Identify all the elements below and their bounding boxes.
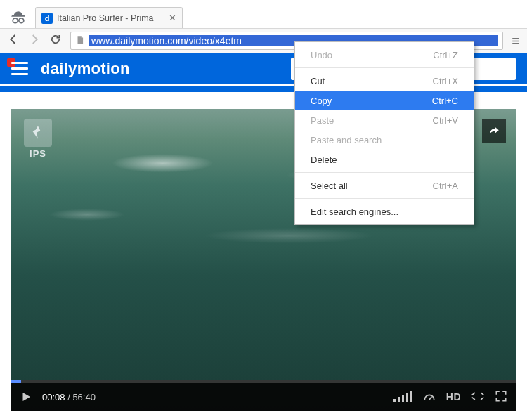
menu-item-shortcut: Ctrl+C <box>432 96 458 106</box>
menu-item-label: Paste and search <box>311 135 382 145</box>
menu-item-edit-search-engines[interactable]: Edit search engines... <box>295 202 474 221</box>
menu-item-paste-and-search: Paste and search <box>295 130 474 150</box>
player-controls: 00:08 / 56:40 HD <box>11 380 516 411</box>
time-display: 00:08 / 56:40 <box>42 392 96 402</box>
share-button[interactable] <box>482 119 506 143</box>
channel-watermark: IPS <box>24 119 52 159</box>
menu-item-label: Edit search engines... <box>311 206 398 217</box>
page-icon <box>75 35 85 47</box>
close-icon[interactable]: ✕ <box>169 13 176 23</box>
forward-button[interactable] <box>28 33 41 49</box>
menu-separator <box>295 172 474 173</box>
menu-item-shortcut: Ctrl+A <box>433 181 458 191</box>
menu-item-label: Select all <box>311 181 348 191</box>
menu-item-delete[interactable]: Delete <box>295 150 474 169</box>
menu-item-paste: PasteCtrl+V <box>295 110 474 130</box>
tab-title: Italian Pro Surfer - Prima <box>57 13 164 23</box>
menu-item-label: Copy <box>311 96 332 106</box>
menu-button[interactable] <box>11 62 28 76</box>
speed-button[interactable] <box>422 389 436 405</box>
incognito-icon <box>8 8 28 28</box>
menu-item-cut[interactable]: CutCtrl+X <box>295 71 474 91</box>
menu-item-label: Paste <box>311 115 334 126</box>
svg-point-0 <box>13 18 18 23</box>
menu-item-shortcut: Ctrl+X <box>433 76 458 86</box>
menu-item-undo: UndoCtrl+Z <box>295 45 474 65</box>
browser-menu-button[interactable]: ≡ <box>512 34 520 48</box>
dailymotion-favicon: d <box>41 13 53 24</box>
menu-item-select-all[interactable]: Select allCtrl+A <box>295 176 474 195</box>
theater-button[interactable] <box>471 391 485 403</box>
menu-item-shortcut: Ctrl+V <box>433 115 458 126</box>
menu-item-copy[interactable]: CopyCtrl+C <box>295 91 474 110</box>
play-button[interactable] <box>20 391 32 403</box>
svg-point-1 <box>19 18 24 23</box>
tab-strip: d Italian Pro Surfer - Prima ✕ <box>0 0 527 28</box>
hd-button[interactable]: HD <box>446 391 461 402</box>
menu-separator <box>295 198 474 199</box>
browser-tab[interactable]: d Italian Pro Surfer - Prima ✕ <box>35 7 183 28</box>
context-menu: UndoCtrl+ZCutCtrl+XCopyCtrl+CPasteCtrl+V… <box>294 41 474 225</box>
menu-item-label: Cut <box>311 76 325 86</box>
site-logo[interactable]: dailymotion <box>41 60 130 78</box>
menu-item-label: Delete <box>311 155 337 165</box>
menu-item-label: Undo <box>311 50 332 60</box>
back-button[interactable] <box>7 33 20 49</box>
menu-separator <box>295 67 474 68</box>
fullscreen-button[interactable] <box>495 390 507 405</box>
volume-icon[interactable] <box>393 391 412 402</box>
menu-item-shortcut: Ctrl+Z <box>433 50 458 60</box>
reload-button[interactable] <box>49 33 62 49</box>
